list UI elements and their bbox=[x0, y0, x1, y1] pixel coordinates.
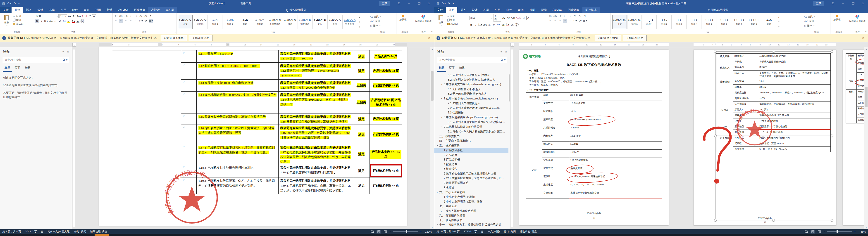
document-page-c[interactable]: 数据传输 有线网络 10/100M 自适应 无线网络 802.11 b/g/n … bbox=[843, 50, 864, 225]
spec-category-cell[interactable] bbox=[846, 84, 857, 90]
style-item[interactable]: AaBb 标题 2 bbox=[223, 15, 237, 29]
redo-icon[interactable]: ⟳ bbox=[14, 2, 16, 5]
pilcrow-cell[interactable]: ↵ bbox=[181, 92, 197, 113]
response-cell[interactable]: 我公司完全响应且满足此条款要求，并提供证明材料1.17 心电图机支持批量下载预约… bbox=[279, 144, 353, 164]
spec-name-cell[interactable]: 有线网络 bbox=[857, 54, 864, 61]
distribute-icon[interactable]: ⇔ bbox=[568, 19, 572, 23]
nav-heading-item[interactable]: 7.1 未被列入失信被执行人 bbox=[434, 101, 508, 106]
find-button[interactable]: 查找▾ bbox=[804, 15, 815, 18]
deviation-cell[interactable]: 满足 bbox=[353, 164, 370, 177]
line-spacing-icon[interactable]: ⇕≡▾ bbox=[139, 19, 143, 23]
ribbon-tab[interactable]: 百度网盘 bbox=[565, 7, 583, 13]
restore-icon[interactable]: ❐ bbox=[414, 2, 424, 5]
document-area[interactable]: 导航 ▾✕ ▾ 标题 页面 结果 创建文档的交互式大纲。它是跟踪具体位置或快速移… bbox=[0, 47, 434, 229]
language-indicator[interactable]: 中文(中国) bbox=[488, 230, 500, 233]
pilcrow-cell[interactable]: ↵ bbox=[181, 113, 197, 125]
nav-tab-pages[interactable]: 页面 bbox=[447, 65, 456, 72]
italic-button[interactable]: I bbox=[474, 23, 478, 27]
track-changes[interactable]: 修订: 关闭 bbox=[504, 230, 516, 233]
justify-icon[interactable]: ≡ bbox=[563, 19, 567, 23]
spec-category-cell[interactable] bbox=[846, 106, 857, 112]
redo-icon[interactable]: ⟳ bbox=[448, 2, 450, 5]
multilevel-list-icon[interactable]: ⋮≡▾ bbox=[124, 14, 128, 18]
char-border-button[interactable]: A bbox=[92, 14, 96, 18]
style-item[interactable]: AaB 标题 bbox=[762, 15, 776, 29]
spec-value-cell[interactable]: 标准 12 导联 bbox=[569, 93, 662, 101]
spec-name-cell[interactable]: 导联线 bbox=[733, 59, 758, 65]
shading-icon[interactable]: ◇▾ bbox=[144, 19, 148, 23]
strikethrough-button[interactable]: abc bbox=[483, 23, 487, 27]
selection-handle[interactable] bbox=[831, 50, 833, 53]
copy-button[interactable]: 复制 bbox=[13, 19, 24, 22]
show-marks-icon[interactable]: ¶ bbox=[149, 14, 153, 18]
nav-search-box[interactable]: ▾ bbox=[3, 57, 69, 63]
ribbon-tab[interactable]: 设计 bbox=[469, 7, 480, 13]
nav-heading-item[interactable]: 九、 分项报价明细表 bbox=[434, 213, 508, 218]
table-cell-outer[interactable] bbox=[137, 79, 181, 92]
distribute-icon[interactable]: ⇔ bbox=[134, 19, 138, 23]
spec-value-cell[interactable]: 支持 20000 份心电数据存储 bbox=[569, 190, 662, 199]
text-effects-button[interactable]: A▾ bbox=[62, 19, 66, 23]
style-item[interactable]: AaBbCcDd 无间隔 bbox=[627, 15, 642, 29]
table-cell-outer[interactable] bbox=[137, 177, 181, 194]
style-item[interactable]: 1.1.1.1.1 标题 7 bbox=[732, 15, 746, 29]
spec-name-cell[interactable]: 安全分类 bbox=[857, 118, 864, 124]
style-item[interactable]: 1.1.1.1 标题 5 bbox=[702, 15, 716, 29]
ribbon-display-icon[interactable]: ⍐ bbox=[828, 2, 838, 5]
get-genuine-button[interactable]: 获取正版 Office bbox=[161, 35, 187, 41]
spec-name-cell[interactable]: 外形尺寸 bbox=[857, 90, 864, 95]
nav-heading-item[interactable]: 7.2 未被列入重大税收违法案件当事人名单 bbox=[434, 106, 508, 110]
pilcrow-cell[interactable]: ↵ bbox=[181, 164, 197, 177]
cut-button[interactable]: ✂剪切 bbox=[447, 15, 458, 18]
spec-category-cell[interactable]: 基本参数 bbox=[526, 93, 542, 101]
table-cell-outer[interactable] bbox=[112, 113, 137, 125]
expander-icon[interactable]: ▼ bbox=[441, 125, 444, 130]
dialog-launcher-icon[interactable]: ⌟ bbox=[32, 31, 33, 33]
spec-table[interactable]: 基本参数 导联 标准 12 导联 采集方式 12 导同步采集 时间常数 ≥3.2… bbox=[526, 93, 662, 199]
ruler-origin-box[interactable]: L bbox=[510, 43, 514, 46]
spec-value-cell[interactable]: 0.05Hz~350Hz（-30%~+10%） bbox=[569, 117, 662, 125]
ribbon-tab[interactable]: 引用 bbox=[492, 7, 503, 13]
style-item[interactable]: AaBbCcD 明显引用 bbox=[342, 15, 357, 29]
reference-cell[interactable]: 产品技术参数 44 页 bbox=[370, 63, 402, 79]
nav-tab-headings[interactable]: 标题 bbox=[3, 65, 12, 72]
spec-name-cell[interactable]: 蓝牙 bbox=[857, 67, 864, 73]
save-to-baidu-button[interactable]: 保存到百度网盘 bbox=[414, 14, 432, 29]
spec-category-cell[interactable]: 整机 bbox=[846, 90, 857, 95]
reference-cell[interactable]: 产品技术参数 48 页 bbox=[370, 125, 402, 144]
spec-category-cell[interactable] bbox=[846, 118, 857, 124]
collapse-ribbon-icon[interactable]: ⌃ bbox=[431, 31, 433, 33]
sort-icon[interactable]: A↓ bbox=[144, 14, 148, 18]
spec-category-cell[interactable] bbox=[846, 95, 857, 101]
dialog-launcher-icon[interactable]: ⌟ bbox=[467, 31, 467, 33]
spec-value-cell[interactable]: ≤±3% bbox=[758, 96, 831, 101]
shrink-font-button[interactable]: A▾ bbox=[506, 16, 510, 20]
paste-button[interactable]: 粘贴▾ bbox=[1, 14, 12, 29]
grow-font-button[interactable]: A▴ bbox=[68, 14, 71, 18]
justify-icon[interactable]: ≡ bbox=[129, 19, 133, 23]
font-color-button[interactable]: A ▾ bbox=[71, 19, 75, 23]
requirement-cell[interactable]: 1.17 心电图机支持批量下载预约记录功能，并支持检查列表显示，列表应包含检查姓… bbox=[197, 144, 279, 164]
nav-search-input[interactable] bbox=[438, 58, 501, 62]
expander-icon[interactable]: ▼ bbox=[441, 97, 444, 101]
spec-name-cell[interactable]: 大气压力 bbox=[857, 112, 864, 118]
nav-search-input[interactable] bbox=[4, 58, 63, 62]
line-spacing-icon[interactable]: ⇕≡▾ bbox=[573, 19, 577, 23]
style-item[interactable]: 1.1.1.1.1. 标题 8 bbox=[747, 15, 761, 29]
pilcrow-cell[interactable]: ↵ bbox=[181, 50, 197, 63]
spec-category-cell[interactable] bbox=[846, 61, 857, 67]
spec-category-cell[interactable] bbox=[526, 190, 542, 199]
reference-cell[interactable]: 产品技术参数 47 页 bbox=[370, 177, 402, 194]
nav-heading-item[interactable]: 八、 残疾人福利性单位声明函 bbox=[434, 209, 508, 213]
ribbon-tab[interactable]: 邮件 bbox=[503, 7, 515, 13]
close-nav-icon[interactable]: ✕ bbox=[505, 50, 507, 53]
spec-category-cell[interactable] bbox=[526, 141, 542, 150]
title-bar[interactable]: ▤ ⟲ ▾ ⟳ ▾ 图片工具 南昌卓亚-购置医疗设备-投标文件 - Word 登… bbox=[434, 0, 868, 7]
spec-name-cell[interactable]: 输入阻抗 bbox=[542, 141, 569, 150]
spec-name-cell[interactable]: 屏幕类型 bbox=[733, 113, 758, 119]
borders-icon[interactable]: ▦ ▾ bbox=[149, 19, 153, 23]
underline-button[interactable]: U ▾ bbox=[478, 23, 482, 27]
ribbon-tab[interactable]: 邮件 bbox=[69, 7, 81, 13]
addins-button[interactable]: 加载项 bbox=[832, 14, 842, 29]
spec-category-cell[interactable] bbox=[526, 101, 542, 109]
